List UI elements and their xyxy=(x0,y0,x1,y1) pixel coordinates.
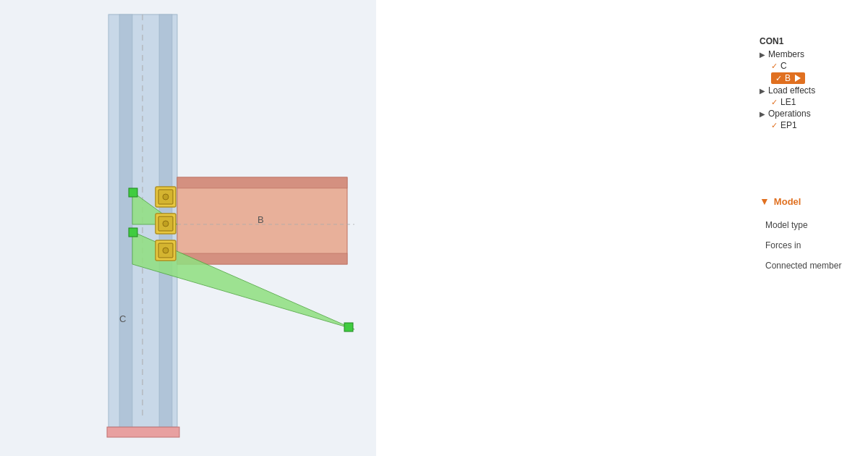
ep1-label: EP1 xyxy=(780,120,797,130)
arrow-icon: ▶ xyxy=(760,51,765,59)
svg-rect-20 xyxy=(129,228,137,237)
tree-item-b[interactable]: ✓ B xyxy=(771,72,868,84)
b-item-label: B xyxy=(785,73,791,83)
svg-text:B: B xyxy=(258,214,264,225)
c-item-label: C xyxy=(780,61,787,71)
connected-member-label: Connected member xyxy=(760,256,868,275)
tree-section-load-header[interactable]: ▶ Load effects xyxy=(760,85,868,96)
tree-item-ep1[interactable]: ✓ EP1 xyxy=(771,120,868,130)
model-header: ▼ Model xyxy=(760,195,868,207)
svg-rect-24 xyxy=(107,427,179,437)
forces-in-label: Forces in xyxy=(760,236,868,255)
check-icon-le1: ✓ xyxy=(771,98,778,107)
svg-rect-21 xyxy=(344,323,353,332)
ops-arrow-icon: ▶ xyxy=(760,110,765,118)
tree-item-le1[interactable]: ✓ LE1 xyxy=(771,97,868,107)
model-grid: Model type N-Vy-Vz-Mx-My-Mz ▼ Forces in … xyxy=(760,216,868,275)
svg-text:C: C xyxy=(119,313,126,324)
model-section: ▼ Model Model type N-Vy-Vz-Mx-My-Mz ▼ Fo… xyxy=(760,195,868,275)
b-arrow-right-icon xyxy=(795,75,801,82)
canvas-area: B C xyxy=(0,0,376,456)
check-icon-b: ✓ xyxy=(775,74,782,83)
operations-label: Operations xyxy=(768,109,811,119)
svg-point-15 xyxy=(163,221,169,227)
svg-point-18 xyxy=(163,248,169,253)
tree-section-ops-header[interactable]: ▶ Operations xyxy=(760,109,868,119)
tree-panel: CON1 ▶ Members ✓ C ✓ B xyxy=(760,36,868,132)
svg-rect-6 xyxy=(177,177,347,188)
tree-title: CON1 xyxy=(760,36,868,46)
svg-rect-19 xyxy=(129,188,137,197)
tree-item-c[interactable]: ✓ C xyxy=(771,61,868,71)
model-collapse-icon[interactable]: ▼ xyxy=(760,195,770,207)
structural-drawing: B C xyxy=(0,0,376,456)
b-item-selected[interactable]: ✓ B xyxy=(771,72,805,84)
svg-point-12 xyxy=(163,194,169,200)
tree-section-members: ▶ Members ✓ C ✓ B xyxy=(760,49,868,84)
check-icon-c: ✓ xyxy=(771,62,778,71)
check-icon-ep1: ✓ xyxy=(771,121,778,130)
load-effects-label: Load effects xyxy=(768,85,815,96)
model-title: Model xyxy=(774,196,801,207)
members-label: Members xyxy=(768,49,804,59)
tree-section-ops: ▶ Operations ✓ EP1 xyxy=(760,109,868,130)
tree-section-members-header[interactable]: ▶ Members xyxy=(760,49,868,59)
model-type-label: Model type xyxy=(760,216,868,235)
load-arrow-icon: ▶ xyxy=(760,87,765,95)
svg-rect-2 xyxy=(119,14,132,427)
tree-section-load: ▶ Load effects ✓ LE1 xyxy=(760,85,868,107)
right-panel: CON1 ▶ Members ✓ C ✓ B xyxy=(376,0,868,456)
le1-label: LE1 xyxy=(780,97,796,107)
